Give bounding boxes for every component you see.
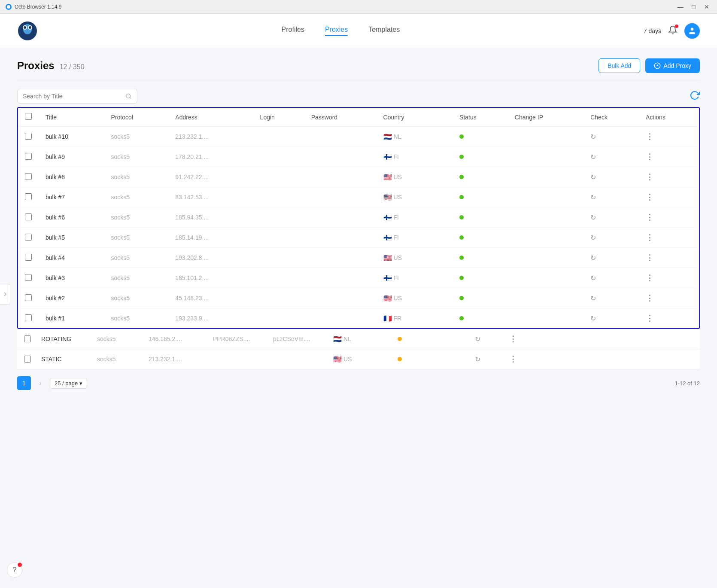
cell-check-1[interactable]: ↻ (583, 147, 639, 167)
cell-check-9[interactable]: ↻ (583, 308, 639, 329)
cell-check-6[interactable]: ↻ (583, 248, 639, 268)
row-checkbox-8[interactable] (25, 294, 32, 301)
extra-checkbox-0[interactable] (24, 335, 31, 342)
check-btn-2[interactable]: ↻ (590, 174, 596, 181)
row-checkbox-0[interactable] (25, 133, 32, 140)
cell-address-7: 185.101.2.... (168, 268, 253, 288)
cell-country-4: 🇫🇮 FI (377, 207, 439, 228)
cell-country-1: 🇫🇮 FI (377, 147, 439, 167)
actions-menu-0[interactable]: ⋮ (646, 132, 653, 141)
page-size-selector[interactable]: 25 / page ▾ (50, 378, 87, 389)
notification-bell[interactable] (668, 25, 678, 36)
cell-title-4: bulk #6 (39, 207, 104, 228)
cell-actions-0[interactable]: ⋮ (639, 127, 699, 147)
user-avatar[interactable] (684, 23, 700, 39)
check-btn-8[interactable]: ↻ (590, 295, 596, 302)
nav-templates[interactable]: Templates (368, 26, 400, 36)
refresh-button[interactable] (690, 90, 700, 103)
cell-check-5[interactable]: ↻ (583, 228, 639, 248)
table-row: bulk #9 socks5 178.20.21.... 🇫🇮 FI ↻ ⋮ (18, 147, 699, 167)
actions-menu-4[interactable]: ⋮ (646, 213, 653, 222)
cell-check-0[interactable]: ↻ (583, 127, 639, 147)
cell-actions-5[interactable]: ⋮ (639, 228, 699, 248)
row-checkbox-3[interactable] (25, 193, 32, 200)
cell-divider-8 (439, 288, 453, 308)
cell-actions-2[interactable]: ⋮ (639, 167, 699, 187)
cell-actions-4[interactable]: ⋮ (639, 207, 699, 228)
row-checkbox-7[interactable] (25, 274, 32, 281)
cell-title-2: bulk #8 (39, 167, 104, 187)
sidebar-toggle[interactable] (0, 284, 10, 305)
extra-check-1[interactable]: ↻ (475, 355, 509, 363)
bulk-add-button[interactable]: Bulk Add (599, 58, 640, 73)
maximize-button[interactable]: □ (690, 3, 698, 11)
extra-check-0[interactable]: ↻ (475, 335, 509, 343)
cell-actions-8[interactable]: ⋮ (639, 288, 699, 308)
close-button[interactable]: ✕ (702, 3, 712, 11)
app-icon (5, 3, 12, 10)
cell-check-2[interactable]: ↻ (583, 167, 639, 187)
row-checkbox-4[interactable] (25, 213, 32, 220)
cell-address-2: 91.242.22.... (168, 167, 253, 187)
row-checkbox-1[interactable] (25, 153, 32, 160)
cell-check-4[interactable]: ↻ (583, 207, 639, 228)
cell-actions-3[interactable]: ⋮ (639, 187, 699, 207)
actions-menu-6[interactable]: ⋮ (646, 253, 653, 262)
check-btn-4[interactable]: ↻ (590, 214, 596, 221)
actions-menu-3[interactable]: ⋮ (646, 193, 653, 201)
check-btn-7[interactable]: ↻ (590, 274, 596, 282)
extra-address-0: 146.185.2.... (149, 335, 213, 342)
cell-check-3[interactable]: ↻ (583, 187, 639, 207)
help-notification-dot (18, 563, 22, 567)
extra-flag-1: 🇺🇸 (333, 355, 342, 363)
extra-protocol-0: socks5 (97, 335, 149, 342)
cell-actions-6[interactable]: ⋮ (639, 248, 699, 268)
extra-actions-0[interactable]: ⋮ (509, 334, 544, 344)
cell-status-1 (453, 147, 508, 167)
extra-checkbox-1[interactable] (24, 356, 31, 363)
check-btn-3[interactable]: ↻ (590, 194, 596, 201)
check-btn-0[interactable]: ↻ (590, 133, 596, 140)
check-btn-9[interactable]: ↻ (590, 315, 596, 322)
cell-actions-1[interactable]: ⋮ (639, 147, 699, 167)
extra-actions-1[interactable]: ⋮ (509, 354, 544, 364)
cell-change-ip-3 (508, 187, 583, 207)
country-flag-7: 🇫🇮 (383, 274, 392, 282)
col-password: Password (304, 108, 377, 127)
actions-menu-2[interactable]: ⋮ (646, 173, 653, 181)
check-btn-6[interactable]: ↻ (590, 254, 596, 262)
cell-login-7 (253, 268, 304, 288)
cell-login-6 (253, 248, 304, 268)
page-1-button[interactable]: 1 (17, 376, 31, 390)
row-checkbox-6[interactable] (25, 254, 32, 261)
actions-menu-9[interactable]: ⋮ (646, 314, 653, 323)
actions-menu-1[interactable]: ⋮ (646, 152, 653, 161)
cell-actions-9[interactable]: ⋮ (639, 308, 699, 329)
actions-menu-7[interactable]: ⋮ (646, 274, 653, 282)
row-checkbox-5[interactable] (25, 234, 32, 241)
status-dot-2 (459, 175, 464, 179)
cell-actions-7[interactable]: ⋮ (639, 268, 699, 288)
actions-menu-8[interactable]: ⋮ (646, 294, 653, 302)
cell-country-3: 🇺🇸 US (377, 187, 439, 207)
search-input[interactable] (23, 93, 122, 100)
cell-check-8[interactable]: ↻ (583, 288, 639, 308)
cell-change-ip-2 (508, 167, 583, 187)
nav-proxies[interactable]: Proxies (325, 26, 348, 36)
select-all-checkbox[interactable] (25, 113, 32, 120)
cell-check-7[interactable]: ↻ (583, 268, 639, 288)
table-header: Title Protocol Address Login Password Co… (18, 108, 699, 127)
next-page-button[interactable]: › (34, 377, 46, 389)
check-btn-1[interactable]: ↻ (590, 153, 596, 161)
check-btn-5[interactable]: ↻ (590, 234, 596, 241)
help-button[interactable]: ? (7, 562, 22, 578)
row-checkbox-9[interactable] (25, 314, 32, 321)
cell-status-6 (453, 248, 508, 268)
actions-menu-5[interactable]: ⋮ (646, 233, 653, 242)
minimize-button[interactable]: — (675, 3, 686, 11)
add-proxy-button[interactable]: Add Proxy (645, 58, 700, 73)
nav-profiles[interactable]: Profiles (282, 26, 304, 36)
row-checkbox-2[interactable] (25, 173, 32, 180)
col-login: Login (253, 108, 304, 127)
cell-protocol-8: socks5 (104, 288, 169, 308)
